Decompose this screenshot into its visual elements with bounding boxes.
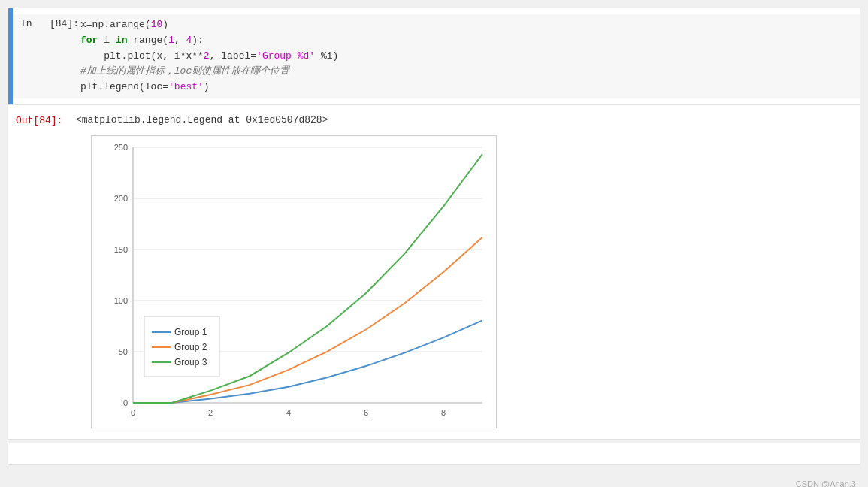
notebook-container: In [84]: x=np.arange(10) for i in range(… [0, 8, 868, 487]
output-text-value: <matplotlib.legend.Legend at 0x1ed0507d8… [76, 114, 328, 126]
xtick-0: 0 [131, 408, 135, 417]
cell-content: In [84]: x=np.arange(10) for i in range(… [13, 8, 860, 104]
matplotlib-chart: 0 50 100 150 200 250 0 2 4 6 8 [91, 135, 497, 428]
ytick-150: 150 [114, 245, 128, 254]
code-line-3: plt.plot(x, i*x**2, label='Group %d' %i) [80, 49, 852, 65]
ytick-50: 50 [119, 347, 128, 356]
ytick-200: 200 [114, 194, 128, 203]
xtick-6: 6 [364, 408, 368, 417]
input-cell: In [84]: x=np.arange(10) for i in range(… [8, 8, 860, 105]
in-word: In [20, 18, 32, 29]
code-line-1: x=np.arange(10) [80, 17, 852, 33]
chart-area: 0 50 100 150 200 250 0 2 4 6 8 [91, 135, 860, 431]
code-line-2: for i in range(1, 4): [80, 33, 852, 49]
code-line-4: #加上线的属性指标，loc则使属性放在哪个位置 [80, 64, 852, 80]
legend-label-1: Group 1 [174, 327, 207, 337]
output-row: Out[84]: <matplotlib.legend.Legend at 0x… [8, 110, 860, 131]
legend-label-3: Group 3 [174, 357, 207, 368]
watermark: CSDN @Anan.3 [796, 479, 856, 487]
code-line-5: plt.legend(loc='best') [80, 80, 852, 95]
bottom-bar [8, 443, 860, 465]
out-label: Out[84]: [16, 114, 76, 126]
legend-label-2: Group 2 [174, 342, 207, 352]
code-block[interactable]: x=np.arange(10) for i in range(1, 4): pl… [80, 17, 852, 95]
out-label-text: Out[84]: [16, 115, 62, 126]
ytick-250: 250 [114, 143, 128, 152]
code-input-row: In [84]: x=np.arange(10) for i in range(… [13, 14, 860, 98]
output-cell: Out[84]: <matplotlib.legend.Legend at 0x… [8, 105, 860, 440]
xtick-4: 4 [286, 408, 291, 417]
xtick-8: 8 [441, 408, 446, 417]
xtick-2: 2 [208, 408, 213, 417]
in-label: In [84]: [20, 17, 80, 29]
in-number: [84]: [50, 18, 79, 29]
ytick-0: 0 [123, 398, 128, 407]
ytick-100: 100 [114, 296, 128, 305]
